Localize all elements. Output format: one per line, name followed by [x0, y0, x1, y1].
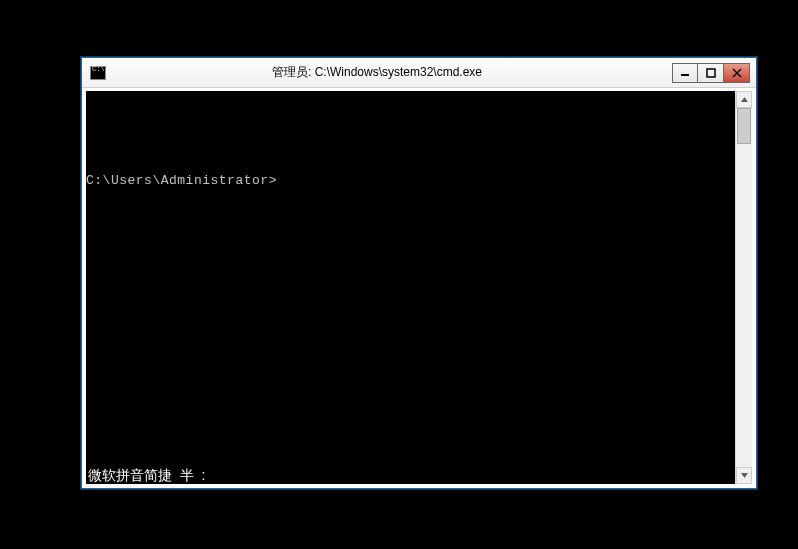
close-button[interactable]: [724, 63, 750, 83]
svg-marker-5: [741, 473, 748, 478]
prompt-line: C:\Users\Administrator>: [86, 173, 735, 189]
window-title: 管理员: C:\Windows\system32\cmd.exe: [82, 64, 672, 81]
scroll-up-button[interactable]: [736, 91, 752, 108]
console-output[interactable]: C:\Users\Administrator> 微软拼音简捷 半 :: [86, 91, 735, 484]
minimize-button[interactable]: [672, 63, 698, 83]
cmd-icon: [90, 66, 106, 80]
close-icon: [732, 68, 742, 78]
svg-marker-4: [741, 97, 748, 102]
client-area: C:\Users\Administrator> 微软拼音简捷 半 :: [86, 91, 752, 484]
chevron-down-icon: [740, 471, 749, 480]
scroll-thumb[interactable]: [737, 108, 751, 144]
cmd-window: 管理员: C:\Windows\system32\cmd.exe C:\User…: [81, 57, 757, 489]
window-controls: [672, 63, 750, 83]
svg-rect-1: [707, 69, 715, 77]
titlebar[interactable]: 管理员: C:\Windows\system32\cmd.exe: [82, 58, 756, 88]
blank-line: [86, 125, 735, 141]
minimize-icon: [680, 68, 690, 78]
maximize-button[interactable]: [698, 63, 724, 83]
chevron-up-icon: [740, 95, 749, 104]
ime-status-bar: 微软拼音简捷 半 :: [86, 466, 207, 484]
scroll-track[interactable]: [736, 108, 752, 467]
scroll-down-button[interactable]: [736, 467, 752, 484]
vertical-scrollbar[interactable]: [735, 91, 752, 484]
maximize-icon: [706, 68, 716, 78]
